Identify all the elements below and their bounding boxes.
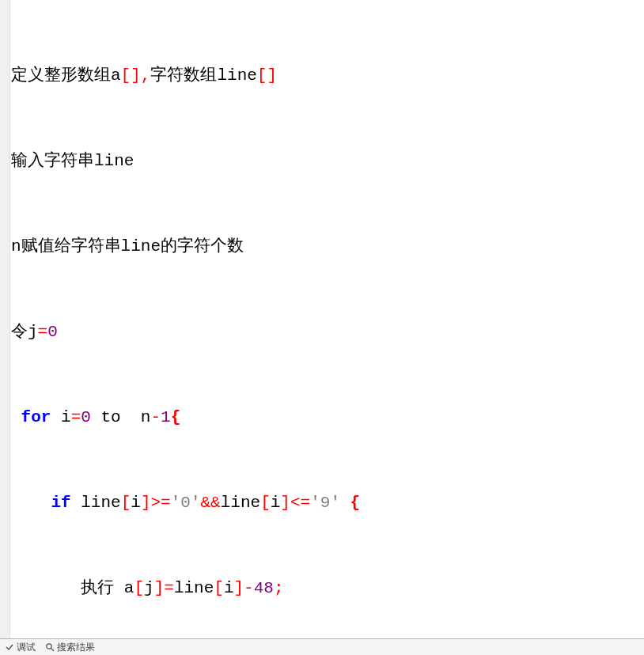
text: i xyxy=(51,408,70,426)
text: 输入字符串line xyxy=(11,152,134,170)
operator: ]<= xyxy=(280,494,310,512)
code-line[interactable]: 输入字符串line xyxy=(11,150,644,172)
code-line[interactable]: 定义整形数组a[],字符数组line[] xyxy=(11,65,644,86)
check-icon xyxy=(5,642,14,652)
text: j xyxy=(144,579,154,597)
bottom-toolbar: 调试 搜索结果 xyxy=(0,638,644,655)
bracket: [ xyxy=(260,494,271,512)
toolbar-debug-tab[interactable]: 调试 xyxy=(0,637,40,656)
keyword-if: if xyxy=(51,494,70,512)
code-line[interactable]: for i=0 to n-1{ xyxy=(11,407,644,428)
text: n赋值给字符串line的字符个数 xyxy=(11,237,244,256)
code-line[interactable]: if line[i]>='0'&&line[i]<='9' { xyxy=(11,492,644,513)
bracket: [], xyxy=(121,66,151,85)
svg-line-1 xyxy=(51,649,55,652)
text: line xyxy=(221,494,260,512)
text: i xyxy=(271,494,281,512)
operator: && xyxy=(201,494,221,512)
editor-gutter xyxy=(0,0,10,655)
space xyxy=(340,494,350,512)
text: to n xyxy=(91,408,151,426)
number: 48 xyxy=(254,579,274,597)
brace: { xyxy=(171,408,181,426)
number: 0 xyxy=(81,408,91,426)
search-icon xyxy=(45,642,55,652)
bracket: [ xyxy=(214,579,224,597)
text: line xyxy=(71,494,121,512)
svg-point-0 xyxy=(47,644,51,649)
text: 字符数组line xyxy=(150,66,256,85)
operator: - xyxy=(150,408,161,426)
operator: = xyxy=(38,323,48,341)
brace: { xyxy=(350,494,361,512)
operator: ]- xyxy=(234,579,254,597)
operator: ]>= xyxy=(141,494,171,512)
toolbar-debug-label: 调试 xyxy=(17,637,36,656)
string: '0' xyxy=(171,494,201,512)
bracket: [ xyxy=(134,579,144,597)
code-line[interactable]: 令j=0 xyxy=(11,321,644,343)
bracket: [ xyxy=(121,494,131,512)
number: 0 xyxy=(47,323,58,341)
code-area[interactable]: 定义整形数组a[],字符数组line[] 输入字符串line n赋值给字符串li… xyxy=(11,1,644,655)
code-editor[interactable]: 定义整形数组a[],字符数组line[] 输入字符串line n赋值给字符串li… xyxy=(0,0,644,655)
operator: ]= xyxy=(154,579,174,597)
number: 1 xyxy=(161,408,171,426)
text: 令j xyxy=(11,323,38,341)
keyword-for: for xyxy=(21,408,51,426)
text: 定义整形数组a xyxy=(11,66,121,85)
operator: = xyxy=(71,408,81,426)
text: 执行 a xyxy=(81,579,134,597)
toolbar-search-label: 搜索结果 xyxy=(57,637,95,656)
string: '9' xyxy=(310,494,340,512)
toolbar-search-tab[interactable]: 搜索结果 xyxy=(40,637,100,656)
bracket: [] xyxy=(257,66,277,85)
code-line[interactable]: 执行 a[j]=line[i]-48; xyxy=(11,577,644,599)
text: i xyxy=(131,494,141,512)
text: i xyxy=(224,579,234,597)
text: line xyxy=(174,579,214,597)
code-line[interactable]: n赋值给字符串line的字符个数 xyxy=(11,236,644,257)
semicolon: ; xyxy=(274,579,284,597)
